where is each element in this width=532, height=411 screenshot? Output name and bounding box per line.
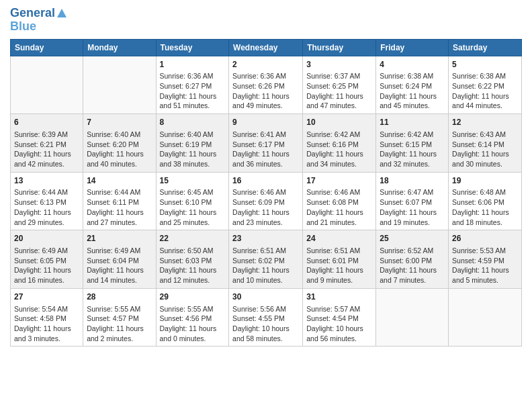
day-number: 29 [160,291,226,303]
day-number: 10 [306,117,372,128]
daylight-text: Daylight: 11 hours and 32 minutes. [380,150,437,168]
day-number: 25 [380,233,445,244]
sunrise-text: Sunrise: 5:55 AM [160,305,214,313]
sunrise-text: Sunrise: 5:56 AM [232,305,286,313]
daylight-text: Daylight: 11 hours and 14 minutes. [87,266,144,284]
day-number: 14 [87,175,152,187]
sunrise-text: Sunrise: 6:46 AM [232,188,286,196]
sunrise-text: Sunrise: 6:42 AM [380,130,433,138]
day-number: 12 [452,117,518,128]
sunrise-text: Sunrise: 6:40 AM [160,130,214,138]
sunset-text: Sunset: 6:05 PM [14,257,66,265]
calendar-cell: 20Sunrise: 6:49 AMSunset: 6:05 PMDayligh… [11,230,83,289]
calendar-cell: 6Sunrise: 6:39 AMSunset: 6:21 PMDaylight… [11,114,83,173]
calendar-cell: 30Sunrise: 5:56 AMSunset: 4:55 PMDayligh… [229,288,303,347]
sunset-text: Sunset: 4:54 PM [306,314,359,322]
daylight-text: Daylight: 11 hours and 45 minutes. [380,92,437,110]
sunset-text: Sunset: 6:08 PM [306,198,359,206]
sunrise-text: Sunrise: 6:44 AM [87,188,140,196]
sunset-text: Sunset: 4:59 PM [452,257,504,265]
sunrise-text: Sunrise: 5:55 AM [87,305,140,313]
daylight-text: Daylight: 11 hours and 18 minutes. [452,208,509,226]
day-number: 16 [232,175,299,187]
daylight-text: Daylight: 11 hours and 47 minutes. [306,92,363,110]
sunrise-text: Sunrise: 6:52 AM [380,246,433,255]
calendar-cell [11,56,83,114]
calendar-cell: 3Sunrise: 6:37 AMSunset: 6:25 PMDaylight… [303,56,376,114]
sunrise-text: Sunrise: 6:36 AM [232,72,286,80]
day-number: 13 [14,175,79,187]
calendar-week-3: 13Sunrise: 6:44 AMSunset: 6:13 PMDayligh… [11,172,522,230]
daylight-text: Daylight: 11 hours and 16 minutes. [14,266,71,284]
day-number: 17 [306,175,372,187]
calendar-cell: 19Sunrise: 6:48 AMSunset: 6:06 PMDayligh… [449,172,522,230]
calendar-cell: 28Sunrise: 5:55 AMSunset: 4:57 PMDayligh… [83,288,156,347]
calendar-cell: 16Sunrise: 6:46 AMSunset: 6:09 PMDayligh… [229,172,303,230]
calendar-cell: 18Sunrise: 6:47 AMSunset: 6:07 PMDayligh… [376,172,449,230]
calendar-cell: 12Sunrise: 6:43 AMSunset: 6:14 PMDayligh… [449,114,522,173]
day-header-friday: Friday [376,39,449,56]
sunset-text: Sunset: 6:10 PM [160,198,212,206]
sunset-text: Sunset: 6:13 PM [14,198,66,206]
day-number: 9 [232,117,299,128]
sunset-text: Sunset: 4:55 PM [232,314,285,322]
day-header-sunday: Sunday [11,39,83,56]
calendar-week-2: 6Sunrise: 6:39 AMSunset: 6:21 PMDaylight… [11,114,522,173]
calendar-header-row: SundayMondayTuesdayWednesdayThursdayFrid… [11,39,522,56]
sunrise-text: Sunrise: 6:38 AM [452,72,506,80]
calendar-cell: 4Sunrise: 6:38 AMSunset: 6:24 PMDaylight… [376,56,449,114]
calendar-cell: 15Sunrise: 6:45 AMSunset: 6:10 PMDayligh… [156,172,229,230]
sunrise-text: Sunrise: 6:46 AM [306,188,360,196]
day-number: 4 [380,59,445,71]
daylight-text: Daylight: 11 hours and 19 minutes. [380,208,437,226]
day-number: 24 [306,233,372,244]
day-number: 20 [14,233,79,244]
calendar-cell: 5Sunrise: 6:38 AMSunset: 6:22 PMDaylight… [449,56,522,114]
day-number: 7 [87,117,152,128]
sunrise-text: Sunrise: 6:37 AM [306,72,360,80]
day-number: 8 [160,117,226,128]
sunrise-text: Sunrise: 5:57 AM [306,305,360,313]
day-number: 21 [87,233,152,244]
calendar-cell: 21Sunrise: 6:49 AMSunset: 6:04 PMDayligh… [83,230,156,289]
sunset-text: Sunset: 6:00 PM [380,257,432,265]
logo: General Blue [10,7,67,34]
daylight-text: Daylight: 11 hours and 42 minutes. [14,150,71,168]
sunset-text: Sunset: 6:02 PM [232,257,285,265]
sunset-text: Sunset: 6:07 PM [380,198,432,206]
calendar-week-1: 1Sunrise: 6:36 AMSunset: 6:27 PMDaylight… [11,56,522,114]
day-number: 15 [160,175,226,187]
sunrise-text: Sunrise: 5:53 AM [452,246,506,255]
day-header-wednesday: Wednesday [229,39,303,56]
daylight-text: Daylight: 11 hours and 2 minutes. [87,324,144,342]
day-number: 28 [87,291,152,303]
sunrise-text: Sunrise: 6:45 AM [160,188,214,196]
sunrise-text: Sunrise: 6:48 AM [452,188,506,196]
day-number: 30 [232,291,299,303]
sunrise-text: Sunrise: 5:54 AM [14,305,68,313]
sunrise-text: Sunrise: 6:50 AM [160,246,214,255]
daylight-text: Daylight: 11 hours and 10 minutes. [232,266,290,284]
day-header-saturday: Saturday [449,39,522,56]
sunrise-text: Sunrise: 6:51 AM [232,246,286,255]
daylight-text: Daylight: 11 hours and 51 minutes. [160,92,217,110]
sunset-text: Sunset: 6:16 PM [306,140,359,148]
sunset-text: Sunset: 6:21 PM [14,140,66,148]
logo-blue: Blue [10,20,36,34]
sunrise-text: Sunrise: 6:49 AM [87,246,140,255]
sunrise-text: Sunrise: 6:36 AM [160,72,214,80]
day-number: 6 [14,117,79,128]
calendar-week-5: 27Sunrise: 5:54 AMSunset: 4:58 PMDayligh… [11,288,522,347]
daylight-text: Daylight: 11 hours and 40 minutes. [87,150,144,168]
calendar-table: SundayMondayTuesdayWednesdayThursdayFrid… [10,39,522,347]
day-number: 23 [232,233,299,244]
daylight-text: Daylight: 11 hours and 25 minutes. [160,208,217,226]
calendar-cell [376,288,449,347]
calendar-cell: 2Sunrise: 6:36 AMSunset: 6:26 PMDaylight… [229,56,303,114]
calendar-cell: 9Sunrise: 6:41 AMSunset: 6:17 PMDaylight… [229,114,303,173]
daylight-text: Daylight: 11 hours and 44 minutes. [452,92,509,110]
sunset-text: Sunset: 4:58 PM [14,314,66,322]
sunset-text: Sunset: 6:22 PM [452,82,504,90]
calendar-cell: 14Sunrise: 6:44 AMSunset: 6:11 PMDayligh… [83,172,156,230]
calendar-cell: 24Sunrise: 6:51 AMSunset: 6:01 PMDayligh… [303,230,376,289]
